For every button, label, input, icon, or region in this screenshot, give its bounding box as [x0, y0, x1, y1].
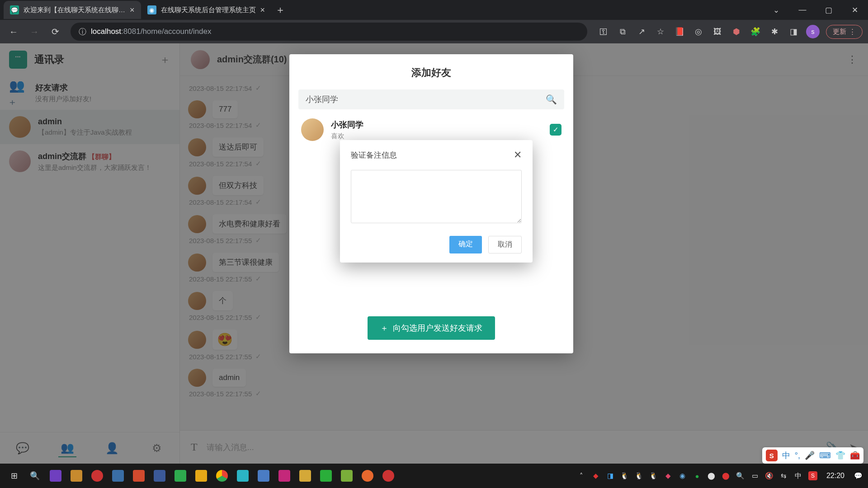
notifications-icon[interactable]: 💬 — [853, 470, 863, 481]
extensions-puzzle-icon[interactable]: ✱ — [768, 25, 781, 38]
favicon-chat-icon: 💬 — [10, 5, 19, 14]
tray-sogou-icon[interactable]: S — [807, 470, 818, 481]
tray-search-icon[interactable]: 🔍 — [735, 470, 746, 481]
remark-textarea[interactable] — [351, 170, 522, 223]
taskbar-app[interactable] — [296, 466, 315, 485]
back-button[interactable]: ← — [5, 23, 22, 40]
taskbar-app[interactable] — [88, 466, 107, 485]
browser-tab-2[interactable]: ◉ 在线聊天系统后台管理系统主页 × — [141, 1, 272, 19]
taskbar-app[interactable] — [192, 466, 211, 485]
taskbar-app[interactable] — [108, 466, 127, 485]
tab-search-icon[interactable]: ⌄ — [763, 1, 789, 19]
menu-dots-icon: ⋮ — [849, 28, 856, 36]
taskbar-app[interactable] — [150, 466, 169, 485]
update-button[interactable]: 更新⋮ — [826, 25, 863, 39]
taskbar-app[interactable] — [233, 466, 252, 485]
confirm-button[interactable]: 确定 — [449, 236, 482, 253]
url-host: localhost — [91, 27, 121, 36]
tray-icon[interactable]: ◆ — [590, 470, 601, 481]
plus-icon: ＋ — [380, 323, 388, 333]
tray-icon[interactable]: ⬤ — [706, 470, 717, 481]
ime-keyboard-icon[interactable]: ⌨ — [819, 450, 831, 460]
send-friend-request-button[interactable]: ＋ 向勾选用户发送好友请求 — [368, 316, 495, 340]
tray-qq-icon[interactable]: 🐧 — [648, 470, 659, 481]
bookmark-star-icon[interactable]: ☆ — [654, 25, 667, 38]
tab-close-icon[interactable]: × — [260, 5, 265, 15]
tray-qq-icon[interactable]: 🐧 — [619, 470, 630, 481]
extension-icon-1[interactable]: 📕 — [673, 25, 686, 38]
result-name: 小张同学 — [331, 119, 363, 130]
taskbar-app[interactable] — [275, 466, 294, 485]
tray-qq-icon[interactable]: 🐧 — [634, 470, 645, 481]
tray-battery-icon[interactable]: ▭ — [750, 470, 760, 481]
tray-icon[interactable]: ◉ — [677, 470, 688, 481]
start-button[interactable]: ⊞ — [5, 466, 24, 485]
browser-titlebar: 💬 欢迎来到【在线聊天系统在线聊… × ◉ 在线聊天系统后台管理系统主页 × ＋… — [0, 0, 868, 20]
taskbar-firefox[interactable] — [358, 466, 377, 485]
tray-wechat-icon[interactable]: ● — [692, 470, 703, 481]
open-external-icon[interactable]: ⧉ — [616, 25, 629, 38]
tray-record-icon[interactable]: ⬤ — [721, 470, 731, 481]
profile-avatar[interactable]: s — [806, 25, 820, 38]
sidepanel-icon[interactable]: ◨ — [787, 25, 800, 38]
taskbar-app[interactable] — [171, 466, 190, 485]
new-tab-button[interactable]: ＋ — [271, 1, 289, 19]
window-minimize-icon[interactable]: ― — [789, 1, 816, 19]
tray-ime-lang[interactable]: 中 — [793, 470, 804, 481]
taskbar-chrome[interactable] — [212, 466, 231, 485]
forward-button[interactable]: → — [26, 23, 42, 40]
tray-icon[interactable]: ◨ — [605, 470, 616, 481]
result-checkbox[interactable]: ✓ — [550, 124, 561, 136]
modal-title: 添加好友 — [298, 66, 564, 80]
friend-search-input[interactable]: 小张同学 🔍 — [298, 89, 564, 109]
url-bar[interactable]: ⓘ localhost:8081/home/account/index — [71, 23, 587, 41]
taskbar-wechat[interactable] — [316, 466, 335, 485]
ime-skin-icon[interactable]: 👕 — [835, 450, 845, 460]
tab-close-icon[interactable]: × — [130, 5, 135, 15]
dialog-title: 验证备注信息 — [351, 150, 397, 160]
ime-logo-icon: S — [766, 450, 778, 461]
url-path: /home/account/index — [141, 27, 212, 36]
search-icon[interactable]: 🔍 — [546, 94, 557, 105]
result-subtitle: 喜欢 — [331, 132, 363, 141]
cancel-button[interactable]: 取消 — [488, 236, 522, 253]
window-maximize-icon[interactable]: ▢ — [816, 1, 842, 19]
taskbar-app[interactable] — [254, 466, 273, 485]
extension-icon-5[interactable]: 🧩 — [749, 25, 762, 38]
taskbar-record[interactable] — [379, 466, 398, 485]
extension-icon-shield[interactable]: ⬢ — [730, 25, 743, 38]
search-value: 小张同学 — [306, 94, 338, 105]
tray-volume-icon[interactable]: 🔇 — [764, 470, 775, 481]
ime-lang[interactable]: 中 — [782, 450, 790, 461]
extension-icon-2[interactable]: ◎ — [692, 25, 705, 38]
taskbar-app[interactable] — [337, 466, 356, 485]
browser-tab-1[interactable]: 💬 欢迎来到【在线聊天系统在线聊… × — [4, 1, 141, 19]
search-button[interactable]: 🔍 — [25, 466, 44, 485]
window-close-icon[interactable]: ✕ — [842, 1, 868, 19]
taskbar-app[interactable] — [67, 466, 86, 485]
tab-title: 在线聊天系统后台管理系统主页 — [161, 6, 256, 14]
extension-icon-3[interactable]: 🖼 — [711, 25, 724, 38]
tray-network-icon[interactable]: ⇆ — [778, 470, 789, 481]
favicon-admin-icon: ◉ — [147, 5, 156, 14]
dialog-close-icon[interactable]: ✕ — [514, 149, 522, 161]
ime-punct-icon[interactable]: °, — [795, 451, 800, 460]
browser-toolbar: ← → ⟳ ⓘ localhost:8081/home/account/inde… — [0, 20, 868, 43]
taskbar-app[interactable] — [46, 466, 65, 485]
tray-expand-icon[interactable]: ˄ — [576, 470, 587, 481]
tab-title: 欢迎来到【在线聊天系统在线聊… — [24, 6, 125, 14]
ime-tools-icon[interactable]: 🧰 — [850, 450, 860, 460]
share-icon[interactable]: ↗ — [635, 25, 648, 38]
windows-taskbar: ⊞ 🔍 ˄ ◆ ◨ 🐧 🐧 🐧 ◆ ◉ ● ⬤ ⬤ 🔍 ▭ 🔇 ⇆ 中 S 22… — [0, 464, 868, 488]
password-key-icon[interactable]: ⚿ — [597, 25, 610, 38]
ime-toolbar[interactable]: S 中 °, 🎤 ⌨ 👕 🧰 — [762, 447, 863, 464]
ime-mic-icon[interactable]: 🎤 — [805, 450, 815, 460]
site-info-icon[interactable]: ⓘ — [79, 27, 86, 37]
url-port: :8081 — [121, 27, 141, 36]
tray-icon[interactable]: ◆ — [663, 470, 674, 481]
taskbar-clock[interactable]: 22:20 — [822, 472, 849, 480]
reload-button[interactable]: ⟳ — [47, 23, 63, 40]
result-avatar — [301, 118, 324, 141]
verify-remark-dialog: 验证备注信息 ✕ 确定 取消 — [340, 140, 533, 263]
taskbar-app[interactable] — [129, 466, 148, 485]
